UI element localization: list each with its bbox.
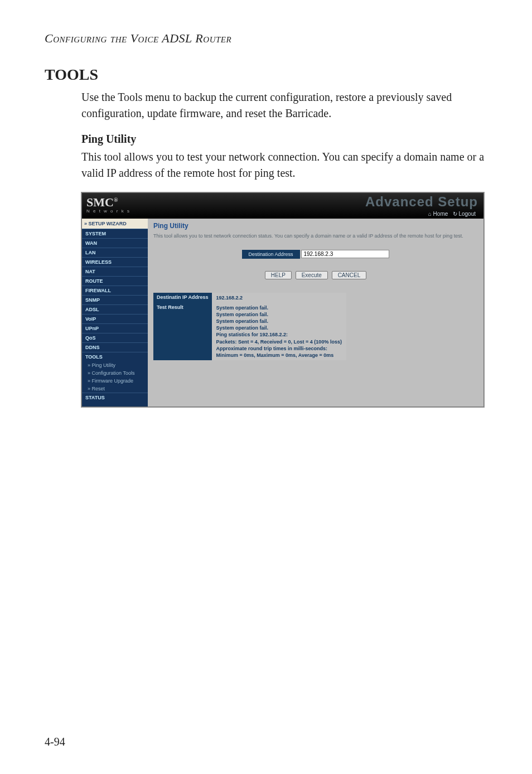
result-line: Ping statistics for 192.168.2.2: (216, 332, 288, 337)
home-icon: ⌂ (428, 211, 432, 217)
section-title: TOOLS (45, 66, 487, 84)
result-line: System operation fail. (216, 312, 269, 317)
result-table: Destinatin IP Address 192.168.2.2 Test R… (153, 293, 346, 360)
app-header: SMC® N e t w o r k s Advanced Setup ⌂ Ho… (82, 193, 483, 219)
page-number: 4-94 (45, 736, 65, 748)
sidebar-item-wan[interactable]: WAN (82, 238, 148, 248)
wordmark: Advanced Setup (365, 194, 478, 210)
sidebar-item-route[interactable]: ROUTE (82, 276, 148, 286)
logout-link[interactable]: Logout (458, 211, 476, 217)
sidebar-sub-config-tools[interactable]: » Configuration Tools (82, 369, 148, 377)
result-line: Approximate round trip times in milli-se… (216, 346, 328, 351)
result-addr-value: 192.168.2.2 (212, 293, 346, 303)
sidebar-item-firewall[interactable]: FIREWALL (82, 286, 148, 295)
sidebar-item-tools[interactable]: TOOLS (82, 352, 148, 361)
sidebar-item-snmp[interactable]: SNMP (82, 295, 148, 304)
sidebar-item-ddns[interactable]: DDNS (82, 342, 148, 352)
sidebar-item-system[interactable]: SYSTEM (82, 229, 148, 238)
sub-title: Ping Utility (81, 133, 487, 146)
cancel-button[interactable]: CANCEL (332, 271, 367, 279)
panel-description: This tool allows you to test network con… (153, 233, 478, 240)
sidebar-item-qos[interactable]: QoS (82, 333, 148, 342)
sidebar-item-nat[interactable]: NAT (82, 267, 148, 276)
sidebar-item-lan[interactable]: LAN (82, 248, 148, 257)
panel-title: Ping Utility (153, 222, 478, 230)
sidebar-item-status[interactable]: STATUS (82, 393, 148, 402)
result-test-label: Test Result (153, 303, 212, 360)
result-line: System operation fail. (216, 318, 269, 324)
router-admin-screenshot: SMC® N e t w o r k s Advanced Setup ⌂ Ho… (81, 192, 484, 407)
main-panel: Ping Utility This tool allows you to tes… (148, 219, 483, 407)
intro-paragraph: Use the Tools menu to backup the current… (81, 89, 487, 122)
brand-logo: SMC® (86, 195, 118, 210)
result-line: Packets: Sent = 4, Received = 0, Lost = … (216, 339, 342, 345)
sidebar: » SETUP WIZARD SYSTEM WAN LAN WIRELESS N… (82, 219, 148, 407)
running-head: Configuring the Voice ADSL Router (45, 31, 487, 46)
help-button[interactable]: HELP (265, 271, 292, 279)
header-links: ⌂ Home ↻ Logout (428, 211, 476, 217)
sidebar-setup-wizard[interactable]: » SETUP WIZARD (82, 219, 148, 229)
logout-icon: ↻ (453, 211, 457, 217)
sidebar-item-upnp[interactable]: UPnP (82, 323, 148, 333)
home-link[interactable]: Home (433, 211, 448, 217)
sub-paragraph: This tool allows you to test your networ… (81, 149, 487, 181)
result-line: System operation fail. (216, 325, 269, 331)
sidebar-sub-ping[interactable]: » Ping Utility (82, 361, 148, 369)
sidebar-item-voip[interactable]: VoIP (82, 314, 148, 323)
destination-address-input[interactable] (301, 250, 389, 258)
sidebar-sub-reset[interactable]: » Reset (82, 385, 148, 393)
brand-subtext: N e t w o r k s (86, 209, 130, 214)
result-test-value: System operation fail. System operation … (212, 303, 346, 360)
sidebar-item-wireless[interactable]: WIRELESS (82, 257, 148, 267)
result-line: System operation fail. (216, 305, 269, 311)
sidebar-item-adsl[interactable]: ADSL (82, 304, 148, 314)
execute-button[interactable]: Execute (296, 271, 328, 279)
result-line: Minimum = 0ms, Maximum = 0ms, Average = … (216, 352, 334, 358)
destination-address-label: Destination Address (242, 250, 300, 259)
result-addr-label: Destinatin IP Address (153, 293, 212, 303)
sidebar-sub-firmware[interactable]: » Firmware Upgrade (82, 377, 148, 385)
